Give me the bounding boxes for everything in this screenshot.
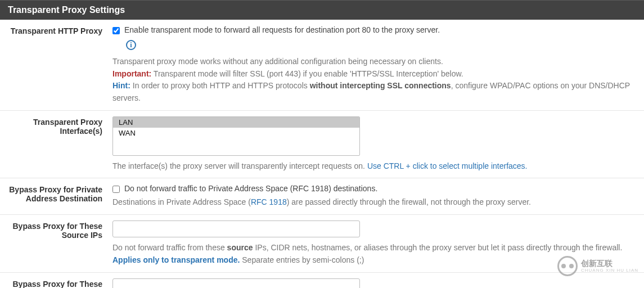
input-bypass-dest-ips[interactable] <box>112 278 360 289</box>
applies-transparent-post: Separate entries by semi-colons (;) <box>240 255 364 264</box>
info-icon[interactable]: i <box>126 40 136 50</box>
label-bypass-source-ips: Bypass Proxy for These Source IPs <box>0 220 112 266</box>
help-bypass-private-post: ) are passed directly through the firewa… <box>287 197 531 206</box>
label-transparent-interfaces: Transparent Proxy Interface(s) <box>0 116 112 173</box>
help-bypass-private-pre: Destinations in Private Address Space ( <box>112 197 251 206</box>
help-interfaces: The interface(s) the proxy server will t… <box>112 160 636 173</box>
checkbox-enable-transparent-label: Enable transparent mode to forward all r… <box>124 25 440 34</box>
row-transparent-http-proxy: Transparent HTTP Proxy Enable transparen… <box>0 20 644 111</box>
option-wan[interactable]: WAN <box>113 128 359 138</box>
help-transparent-proxy: Transparent proxy mode works without any… <box>112 56 636 105</box>
row-transparent-interfaces: Transparent Proxy Interface(s) LAN WAN T… <box>0 111 644 179</box>
row-bypass-dest-ips: Bypass Proxy for These Destination IPs <box>0 273 644 289</box>
help-interfaces-link: Use CTRL + click to select multiple inte… <box>367 161 528 170</box>
checkbox-enable-transparent[interactable] <box>112 27 120 34</box>
section-title: Transparent Proxy Settings <box>8 5 125 15</box>
hint-pre: In order to proxy both HTTP and HTTPS pr… <box>130 81 310 90</box>
label-bypass-private: Bypass Proxy for Private Address Destina… <box>0 184 112 209</box>
section-header: Transparent Proxy Settings <box>0 0 644 20</box>
hint-bold: without intercepting SSL connections <box>310 81 451 90</box>
help-bypass-source-pre: Do not forward traffic from these <box>112 243 227 252</box>
label-transparent-http-proxy: Transparent HTTP Proxy <box>0 25 112 105</box>
select-interfaces[interactable]: LAN WAN <box>112 116 360 156</box>
help-bypass-private: Destinations in Private Address Space (R… <box>112 196 636 209</box>
input-bypass-source-ips[interactable] <box>112 220 360 237</box>
row-bypass-source-ips: Bypass Proxy for These Source IPs Do not… <box>0 215 644 272</box>
row-bypass-private: Bypass Proxy for Private Address Destina… <box>0 178 644 215</box>
help-interfaces-pre: The interface(s) the proxy server will t… <box>112 161 367 170</box>
help-line1: Transparent proxy mode works without any… <box>112 57 443 66</box>
checkbox-bypass-private[interactable] <box>112 186 120 193</box>
label-bypass-dest-ips: Bypass Proxy for These Destination IPs <box>0 278 112 289</box>
help-bypass-source-bold: source <box>227 243 253 252</box>
checkbox-bypass-private-label: Do not forward traffic to Private Addres… <box>124 184 377 193</box>
applies-transparent-label: Applies only to transparent mode. <box>112 255 240 264</box>
watermark-logo: 创新互联 CHUANG XIN HU LIAN <box>557 256 638 276</box>
important-label: Important: <box>112 69 151 78</box>
watermark-brand: 创新互联 <box>581 259 638 268</box>
help-bypass-source-mid: IPs, CIDR nets, hostnames, or aliases th… <box>253 243 623 252</box>
option-lan[interactable]: LAN <box>113 117 359 128</box>
important-text: Transparent mode will filter SSL (port 4… <box>151 69 463 78</box>
watermark-icon <box>557 256 578 276</box>
rfc1918-link[interactable]: RFC 1918 <box>251 197 287 206</box>
hint-label: Hint: <box>112 81 130 90</box>
watermark-sub: CHUANG XIN HU LIAN <box>581 268 638 273</box>
